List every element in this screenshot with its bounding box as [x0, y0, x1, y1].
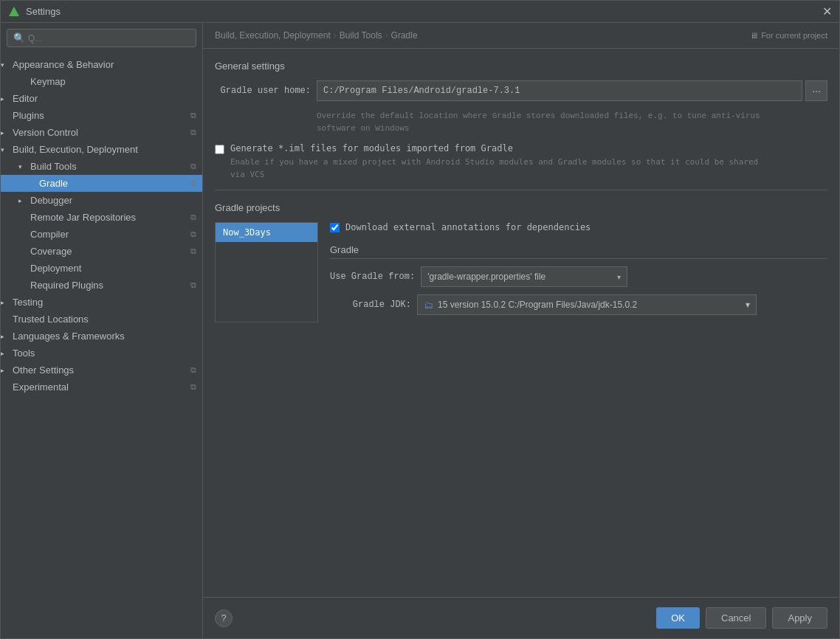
project-list-item[interactable]: Now_3Days: [216, 223, 317, 242]
gradle-user-home-input-group: ···: [317, 80, 827, 101]
titlebar: Settings ✕: [1, 1, 839, 23]
project-list: Now_3Days: [215, 222, 318, 322]
sidebar-item-label: Keymap: [30, 76, 66, 87]
app-icon: [8, 6, 20, 18]
sidebar-item-label: Build Tools: [30, 161, 77, 172]
generate-iml-checkbox[interactable]: [215, 145, 224, 154]
sidebar-item-other-settings[interactable]: ▸ Other Settings ⧉: [1, 362, 202, 379]
window-title: Settings: [26, 6, 61, 17]
sidebar-item-testing[interactable]: ▸ Testing: [1, 294, 202, 311]
jdk-dropdown-arrow: ▾: [746, 300, 750, 310]
sidebar-item-label: Editor: [13, 93, 38, 104]
sidebar-item-label: Version Control: [13, 127, 78, 138]
for-project-icon: 🖥: [750, 31, 758, 40]
copy-icon: ⧉: [190, 111, 196, 120]
for-project: 🖥 For current project: [750, 31, 827, 40]
sidebar-item-keymap[interactable]: Keymap: [1, 73, 202, 90]
sidebar-item-experimental[interactable]: Experimental ⧉: [1, 379, 202, 396]
sidebar-item-deployment[interactable]: Deployment: [1, 260, 202, 277]
sidebar-item-build-execution[interactable]: ▾ Build, Execution, Deployment: [1, 141, 202, 158]
breadcrumb-part2: Build Tools: [340, 30, 382, 41]
sidebar-item-trusted-locations[interactable]: Trusted Locations: [1, 311, 202, 328]
sidebar-item-languages[interactable]: ▸ Languages & Frameworks: [1, 328, 202, 345]
project-name: Now_3Days: [223, 227, 271, 238]
settings-window: Settings ✕ 🔍 ▾ Appearance & Behavior Key…: [0, 0, 840, 639]
sidebar-item-label: Debugger: [30, 195, 72, 206]
sidebar-item-remote-jar[interactable]: Remote Jar Repositories ⧉: [1, 209, 202, 226]
footer-buttons: OK Cancel Apply: [656, 607, 827, 629]
gradle-jdk-dropdown[interactable]: 🗂 15 version 15.0.2 C:/Program Files/Jav…: [417, 294, 757, 315]
sidebar-item-appearance[interactable]: ▾ Appearance & Behavior: [1, 56, 202, 73]
gradle-user-home-hint: Override the default location where Grad…: [317, 110, 827, 134]
svg-marker-0: [9, 7, 19, 16]
sidebar-item-version-control[interactable]: ▸ Version Control ⧉: [1, 124, 202, 141]
generate-iml-label-block: Generate *.iml files for modules importe…: [230, 143, 758, 181]
copy-icon: ⧉: [190, 229, 196, 239]
sidebar-item-editor[interactable]: ▸ Editor: [1, 90, 202, 107]
generate-iml-row: Generate *.iml files for modules importe…: [215, 143, 827, 181]
copy-icon: ⧉: [190, 280, 196, 290]
copy-icon: ⧉: [190, 162, 196, 171]
expand-arrow: ▸: [1, 299, 10, 306]
main-content: 🔍 ▾ Appearance & Behavior Keymap ▸ Edito…: [1, 23, 839, 638]
cancel-button[interactable]: Cancel: [706, 607, 766, 629]
browse-button[interactable]: ···: [805, 80, 827, 101]
footer: ? OK Cancel Apply: [203, 597, 839, 638]
sidebar-item-debugger[interactable]: ▸ Debugger: [1, 192, 202, 209]
gradle-user-home-label: Gradle user home:: [215, 86, 311, 96]
sidebar-item-coverage[interactable]: Coverage ⧉: [1, 243, 202, 260]
sidebar-item-build-tools[interactable]: ▾ Build Tools ⧉: [1, 158, 202, 175]
sidebar-item-plugins[interactable]: Plugins ⧉: [1, 107, 202, 124]
search-box[interactable]: 🔍: [7, 29, 196, 47]
gradle-subsection-title: Gradle: [330, 244, 827, 259]
download-annotations-label: Download external annotations for depend…: [345, 222, 591, 232]
expand-arrow: ▸: [1, 333, 10, 340]
general-settings-section: General settings Gradle user home: ··· O…: [215, 61, 827, 181]
ok-button[interactable]: OK: [656, 607, 700, 629]
sidebar-item-label: Deployment: [30, 263, 81, 274]
gradle-projects-section: Gradle projects Now_3Days: [215, 202, 827, 322]
projects-layout: Now_3Days Download external annotations …: [215, 222, 827, 322]
footer-left: ?: [215, 609, 233, 627]
sidebar-item-label: Required Plugins: [30, 280, 103, 291]
copy-icon: ⧉: [190, 179, 196, 188]
divider: [215, 190, 827, 190]
breadcrumb-sep2: ›: [385, 30, 388, 41]
expand-arrow: ▸: [1, 95, 10, 103]
copy-icon: ⧉: [190, 382, 196, 392]
panel-body: General settings Gradle user home: ··· O…: [203, 49, 839, 597]
help-button[interactable]: ?: [215, 609, 233, 627]
download-annotations-row: Download external annotations for depend…: [330, 222, 827, 232]
sidebar-item-required-plugins[interactable]: Required Plugins ⧉: [1, 277, 202, 294]
sidebar-item-label: Gradle: [39, 178, 68, 189]
sidebar-item-gradle[interactable]: Gradle ⧉: [1, 175, 202, 192]
nav-tree: ▾ Appearance & Behavior Keymap ▸ Editor …: [1, 53, 202, 638]
use-gradle-from-value: 'gradle-wrapper.properties' file: [427, 272, 545, 282]
jdk-value-group: 🗂 15 version 15.0.2 C:/Program Files/Jav…: [424, 300, 637, 311]
sidebar-item-label: Languages & Frameworks: [13, 331, 125, 342]
titlebar-left: Settings: [8, 6, 61, 18]
expand-arrow: ▸: [18, 197, 27, 204]
use-gradle-from-dropdown[interactable]: 'gradle-wrapper.properties' file ▾: [421, 266, 627, 287]
expand-arrow: ▾: [18, 163, 27, 170]
copy-icon: ⧉: [190, 128, 196, 137]
sidebar-item-label: Testing: [13, 297, 43, 308]
general-settings-title: General settings: [215, 61, 827, 72]
download-annotations-checkbox[interactable]: [330, 223, 340, 232]
copy-icon: ⧉: [190, 246, 196, 256]
sidebar-item-label: Appearance & Behavior: [13, 59, 114, 70]
folder-icon: 🗂: [424, 300, 433, 311]
generate-iml-label: Generate *.iml files for modules importe…: [230, 143, 758, 153]
close-button[interactable]: ✕: [822, 6, 832, 18]
project-settings: Download external annotations for depend…: [330, 222, 827, 322]
apply-button[interactable]: Apply: [772, 607, 827, 629]
copy-icon: ⧉: [190, 365, 196, 375]
gradle-user-home-input[interactable]: [317, 80, 802, 101]
sidebar-item-compiler[interactable]: Compiler ⧉: [1, 226, 202, 243]
use-gradle-from-row: Use Gradle from: 'gradle-wrapper.propert…: [330, 266, 827, 287]
for-project-label: For current project: [761, 31, 827, 40]
sidebar-item-tools[interactable]: ▸ Tools: [1, 345, 202, 362]
expand-arrow: ▸: [1, 129, 10, 137]
search-input[interactable]: [28, 33, 190, 44]
dropdown-arrow: ▾: [617, 273, 621, 281]
